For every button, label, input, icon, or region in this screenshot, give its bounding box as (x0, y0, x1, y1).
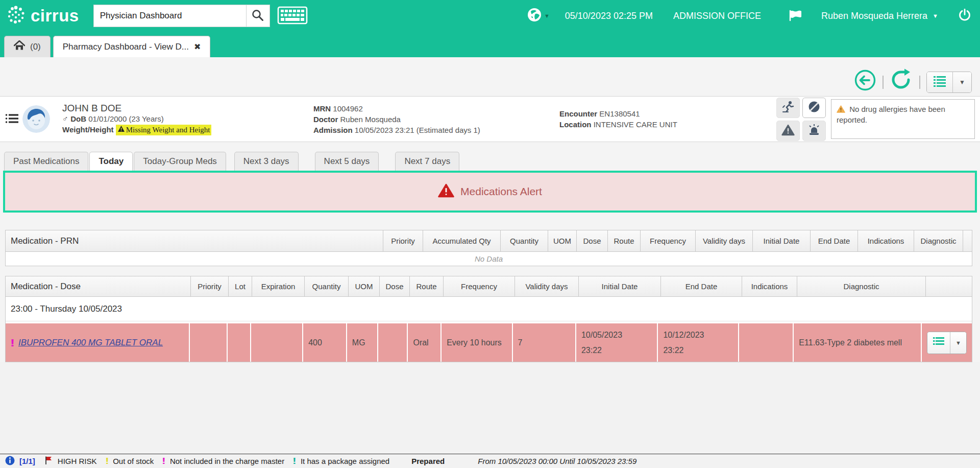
warning-triangle-icon (837, 105, 849, 113)
date-range: From 10/05/2023 00:00 Until 10/05/2023 2… (478, 457, 636, 465)
main-content: ▼ (0, 57, 980, 362)
prn-col-indications[interactable]: Indications (858, 230, 914, 251)
dose-col-dose[interactable]: Dose (380, 276, 410, 296)
medication-link[interactable]: IBUPROFEN 400 MG TABLET ORAL (18, 338, 163, 348)
prn-col-diagnostic[interactable]: Diagnostic (914, 230, 963, 251)
weight-height-warning: Missing Weight and Height (116, 125, 212, 135)
tab-next-5-days[interactable]: Next 5 days (315, 152, 379, 171)
warning-button[interactable] (776, 121, 800, 141)
dose-col-route[interactable]: Route (410, 276, 444, 296)
priority-cell (190, 323, 228, 362)
list-view-button[interactable] (927, 72, 952, 92)
fall-risk-button[interactable] (776, 98, 800, 118)
globe-icon (527, 7, 542, 25)
topbar-right: ▼ 05/10/2023 02:25 PM ADMISSION OFFICE R… (527, 7, 972, 25)
dose-col-end-date[interactable]: End Date (661, 276, 742, 296)
prn-col-initial-date[interactable]: Initial Date (753, 230, 811, 251)
medication-row[interactable]: ! IBUPROFEN 400 MG TABLET ORAL 400 MG Or… (6, 323, 972, 362)
refresh-button[interactable] (890, 68, 913, 93)
tab-today-group-meds[interactable]: Today-Group Meds (134, 152, 226, 171)
admission-value: 10/05/2023 23:21 (Estimated days 1) (355, 126, 480, 134)
info-icon (5, 456, 15, 467)
patient-menu-button[interactable] (5, 113, 18, 126)
dose-col-priority[interactable]: Priority (191, 276, 229, 296)
tab-past-medications[interactable]: Past Medications (4, 152, 88, 171)
dose-col-lot[interactable]: Lot (229, 276, 252, 296)
doctor-value: Ruben Mosqueda (340, 115, 401, 124)
row-detail-button[interactable] (927, 332, 950, 354)
no-allergies-button[interactable] (802, 98, 826, 118)
prn-col-end-date[interactable]: End Date (811, 230, 858, 251)
validity-days-cell: 7 (513, 323, 576, 362)
warning-triangle-icon (781, 124, 795, 137)
row-actions-cell: ▼ (922, 323, 972, 362)
dose-col-indications[interactable]: Indications (742, 276, 797, 296)
home-tab[interactable]: (0) (4, 36, 51, 57)
prn-col-validity-days[interactable]: Validity days (696, 230, 753, 251)
lot-cell (228, 323, 251, 362)
list-view-dropdown[interactable]: ▼ (952, 72, 971, 92)
package-assigned-icon: ! (292, 456, 297, 466)
uom-cell: MG (347, 323, 378, 362)
logout-button[interactable] (958, 8, 972, 24)
route-cell: Oral (408, 323, 442, 362)
record-counter[interactable]: [1/1] (19, 457, 35, 465)
chevron-down-icon: ▼ (955, 340, 961, 346)
legend-out-of-stock: Out of stock (113, 457, 154, 465)
language-selector[interactable]: ▼ (527, 7, 550, 25)
tab-next-7-days[interactable]: Next 7 days (395, 152, 459, 171)
pharmacy-dashboard-tab[interactable]: Pharmacy Dashboard - View D... ✖ (53, 36, 211, 57)
location-label: Location (559, 120, 592, 129)
patient-alert-icons (776, 98, 826, 141)
search-button[interactable] (247, 5, 270, 27)
allergy-note-text: No drug allergies have been reported. (837, 105, 945, 124)
virtual-keyboard-button[interactable] (277, 5, 308, 27)
search-icon (251, 9, 264, 24)
out-of-stock-icon: ! (105, 456, 109, 466)
alert-text: Medications Alert (460, 185, 542, 198)
tab-next-3-days[interactable]: Next 3 days (234, 152, 299, 171)
prn-col-frequency[interactable]: Frequency (641, 230, 696, 251)
close-icon[interactable]: ✖ (194, 42, 201, 52)
end-date-cell: 10/12/2023 23:22 (658, 323, 739, 362)
footer-legend: [1/1] HIGH RISK ! Out of stock ! Not inc… (0, 454, 980, 468)
dose-col-initial-date[interactable]: Initial Date (579, 276, 661, 296)
detail-list-icon (5, 113, 18, 126)
prn-col-uom[interactable]: UOM (548, 230, 577, 251)
indications-cell (739, 323, 794, 362)
alarm-button[interactable] (802, 121, 826, 141)
prn-col-dose[interactable]: Dose (577, 230, 608, 251)
search-input[interactable] (93, 5, 247, 27)
dose-col-quantity[interactable]: Quantity (305, 276, 349, 296)
cirrus-dots-icon (5, 4, 27, 28)
location-value: INTENSIVE CARE UNIT (594, 120, 677, 129)
red-flag-icon (44, 456, 53, 466)
prn-empty-message: No Data (6, 252, 972, 266)
toolbar-divider (919, 76, 920, 89)
dose-col-diagnostic[interactable]: Diagnostic (797, 276, 926, 296)
dose-col-frequency[interactable]: Frequency (444, 276, 515, 296)
keyboard-icon (277, 5, 308, 27)
flag-button[interactable] (789, 9, 803, 23)
not-in-charge-master-icon: ! (10, 337, 15, 349)
tab-today[interactable]: Today (89, 152, 133, 171)
mrn-value: 1004962 (333, 104, 362, 113)
dose-col-expiration[interactable]: Expiration (252, 276, 305, 296)
back-button[interactable] (854, 69, 876, 93)
prn-col-route[interactable]: Route (608, 230, 641, 251)
user-menu[interactable]: Ruben Mosqueda Herrera ▼ (821, 11, 938, 21)
legend-package-assigned: It has a package assigned (301, 457, 389, 465)
global-search (93, 5, 270, 27)
row-dropdown-button[interactable]: ▼ (950, 332, 966, 354)
pharmacy-tab-label: Pharmacy Dashboard - View D... (63, 42, 189, 52)
user-name: Ruben Mosqueda Herrera (821, 11, 927, 21)
patient-encounter-info: Encounter EN1380541 Location INTENSIVE C… (559, 108, 776, 130)
prn-col-quantity[interactable]: Quantity (501, 230, 548, 251)
dose-col-validity-days[interactable]: Validity days (515, 276, 579, 296)
medications-alert-banner[interactable]: Medications Alert (3, 171, 977, 213)
prn-col-accumulated-qty[interactable]: Accumulated Qty (423, 230, 501, 251)
dose-col-uom[interactable]: UOM (349, 276, 380, 296)
prn-col-priority[interactable]: Priority (383, 230, 423, 251)
list-icon (933, 76, 946, 89)
medication-cell: ! IBUPROFEN 400 MG TABLET ORAL (6, 323, 190, 362)
